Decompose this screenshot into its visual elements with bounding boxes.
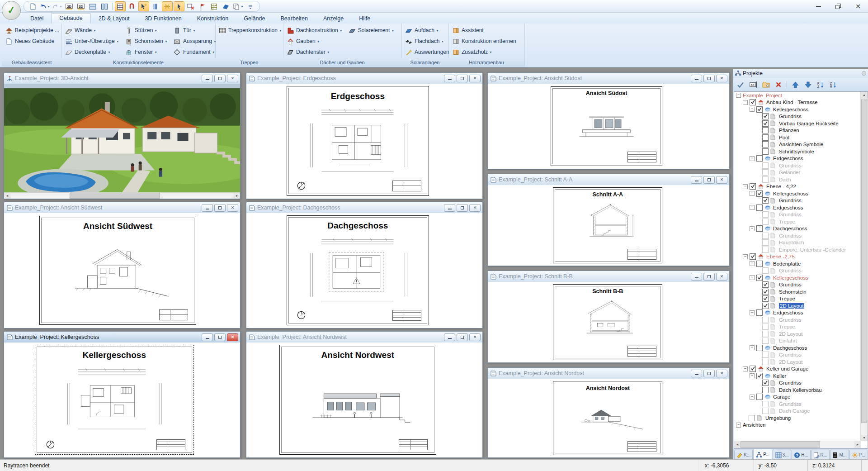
tree-item-grundriss[interactable]: Grundriss xyxy=(734,232,861,239)
drawing-area[interactable]: ◄► xyxy=(4,84,240,199)
tree-checkbox[interactable] xyxy=(762,169,769,176)
app-close-button[interactable]: ✕ xyxy=(848,0,868,12)
window-link-icon[interactable] xyxy=(185,1,196,11)
view-3d-icon[interactable]: 3D xyxy=(75,1,86,11)
tree-item-grundriss[interactable]: Grundriss xyxy=(734,380,861,387)
tree-checkbox[interactable] xyxy=(750,253,756,260)
ribbon-button-fundament[interactable]: Fundament▼ xyxy=(172,47,218,57)
move-down-icon[interactable] xyxy=(802,80,813,90)
tree-item-grundriss[interactable]: Grundriss xyxy=(734,316,861,324)
tree-expander-icon[interactable]: − xyxy=(750,395,755,400)
window-close-button[interactable]: ✕ xyxy=(227,75,238,82)
window-close-button[interactable]: ✕ xyxy=(227,333,238,341)
ribbon-button-neues-geb-ude[interactable]: Neues Gebäude xyxy=(4,36,61,47)
tree-item-gel-nder[interactable]: Geländer xyxy=(734,169,861,176)
new-document-icon[interactable] xyxy=(28,1,38,11)
tree-checkbox[interactable] xyxy=(762,352,769,358)
tree-checkbox[interactable] xyxy=(762,317,769,323)
tree-item-kellergeschoss[interactable]: −Kellergeschoss xyxy=(734,106,861,113)
tree-expander-icon[interactable]: − xyxy=(750,205,755,210)
tree-vertical-scrollbar[interactable]: ▲▼ xyxy=(860,92,868,441)
window-minimize-button[interactable] xyxy=(202,333,213,341)
drawing-area[interactable]: Ansicht Nordwest xyxy=(246,343,482,457)
move-up-icon[interactable] xyxy=(790,80,801,90)
tree-checkbox[interactable] xyxy=(762,359,769,365)
tree-checkbox[interactable] xyxy=(762,303,769,309)
window-title-bar[interactable]: Example_Project: Schnitt A-A✕ xyxy=(488,174,729,186)
menu-tab-gel-nde[interactable]: Gelände xyxy=(236,14,273,24)
resize-grip[interactable] xyxy=(861,460,868,471)
flag-icon[interactable] xyxy=(197,1,208,11)
window-close-button[interactable]: ✕ xyxy=(716,273,727,281)
tree-item-dachgeschoss[interactable]: −Dachgeschoss xyxy=(734,344,861,352)
tree-checkbox[interactable] xyxy=(756,309,763,316)
tree-checkbox[interactable] xyxy=(762,387,769,393)
guides-icon[interactable] xyxy=(150,1,161,11)
tree-item-vorbau-garage-r-ckseite[interactable]: Vorbau Garage Rückseite xyxy=(734,120,861,127)
tree-checkbox[interactable] xyxy=(762,113,769,119)
tree-expander-icon[interactable]: − xyxy=(750,107,755,112)
window-title-bar[interactable]: Example_Project: 3D-Ansicht✕ xyxy=(4,73,240,84)
tree-expander-icon[interactable]: − xyxy=(750,226,755,231)
window-title-bar[interactable]: Example_Project: Schnitt B-B✕ xyxy=(488,271,729,282)
window-title-bar[interactable]: Example_Project: Ansicht Nordwest✕ xyxy=(246,332,482,343)
tree-item-pflanzen[interactable]: Pflanzen xyxy=(734,127,861,134)
window-title-bar[interactable]: Example_Project: Kellergeschoss✕ xyxy=(4,332,240,343)
tree-item-grundriss[interactable]: Grundriss xyxy=(734,113,861,120)
tree-item-erdgeschoss[interactable]: −Erdgeschoss xyxy=(734,309,861,317)
tree-checkbox[interactable] xyxy=(750,99,756,105)
menu-tab-datei[interactable]: Datei xyxy=(23,14,51,24)
tree-item-grundriss[interactable]: Grundriss xyxy=(734,197,861,205)
ribbon-button-treppenkonstruktion[interactable]: Treppenkonstruktion▼ xyxy=(217,25,283,36)
window-title-bar[interactable]: Example_Project: Dachgeschoss✕ xyxy=(246,202,482,214)
tree-checkbox[interactable] xyxy=(756,394,763,400)
window-restore-button[interactable] xyxy=(457,333,468,341)
select-cursor-icon[interactable] xyxy=(174,1,184,11)
ribbon-button-beispielprojekte[interactable]: Beispielprojekte ... xyxy=(4,25,61,36)
tree-item-ansichten-symbole[interactable]: Ansichten Symbole xyxy=(734,141,861,148)
window-minimize-button[interactable] xyxy=(691,176,702,184)
snap-icon[interactable] xyxy=(162,1,173,11)
tree-item-ebene-2-75[interactable]: −Ebene -2,75 xyxy=(734,253,861,261)
ribbon-button-auswertungen[interactable]: Auswertungen xyxy=(403,47,451,57)
window-restore-button[interactable] xyxy=(214,75,226,82)
window-minimize-button[interactable] xyxy=(444,204,455,212)
panel-tab-materials-tab[interactable]: M... xyxy=(830,450,849,460)
tree-checkbox[interactable] xyxy=(762,197,769,204)
tree-expander-icon[interactable]: − xyxy=(750,275,755,280)
menu-tab-2d-layout[interactable]: 2D & Layout xyxy=(91,14,137,24)
tree-item-erdgeschoss[interactable]: −Erdgeschoss xyxy=(734,155,861,162)
window-close-button[interactable]: ✕ xyxy=(469,75,481,82)
tree-item-dach[interactable]: Dach xyxy=(734,176,861,183)
tree-item-grundriss[interactable]: Grundriss xyxy=(734,211,861,219)
window-title-bar[interactable]: Example_Project: Ansicht Südwest✕ xyxy=(4,202,240,214)
tree-item-pool[interactable]: Pool xyxy=(734,134,861,141)
tree-checkbox[interactable] xyxy=(762,247,769,253)
tree-checkbox[interactable] xyxy=(762,134,769,141)
window-restore-button[interactable] xyxy=(214,204,226,212)
tree-item-anbau-kind-terrasse[interactable]: −Anbau Kind - Terrasse xyxy=(734,99,861,106)
tree-checkbox[interactable] xyxy=(762,120,769,127)
tree-horizontal-scrollbar[interactable]: ◄► xyxy=(734,441,861,448)
tree-item-keller[interactable]: −Keller xyxy=(734,372,861,380)
window-close-button[interactable]: ✕ xyxy=(716,370,727,377)
tree-checkbox[interactable] xyxy=(762,380,769,386)
tree-checkbox[interactable] xyxy=(762,324,769,330)
tree-item-kellergeschoss[interactable]: −Kellergeschoss xyxy=(734,190,861,197)
menu-tab-3d-funktionen[interactable]: 3D Funktionen xyxy=(137,14,189,24)
window-restore-button[interactable] xyxy=(457,204,468,212)
tree-item-grundriss[interactable]: Grundriss xyxy=(734,400,861,408)
ribbon-button-aussparung[interactable]: Aussparung▼ xyxy=(172,36,218,47)
tree-expander-icon[interactable]: − xyxy=(750,261,755,266)
drawing-area[interactable]: Erdgeschoss xyxy=(246,84,482,199)
tree-expander-icon[interactable]: − xyxy=(750,373,755,378)
tree-item-keller-und-garage[interactable]: −Keller und Garage xyxy=(734,366,861,373)
drawing-area[interactable]: Dachgeschoss xyxy=(246,213,482,328)
tree-checkbox[interactable] xyxy=(756,275,763,281)
window-minimize-button[interactable] xyxy=(444,333,455,341)
tree-checkbox[interactable] xyxy=(762,233,769,239)
qat-overflow-icon[interactable] xyxy=(245,1,256,11)
tree-expander-icon[interactable]: − xyxy=(743,184,748,189)
window-close-button[interactable]: ✕ xyxy=(716,75,727,82)
sort-descending-icon[interactable]: ZR xyxy=(828,80,839,90)
